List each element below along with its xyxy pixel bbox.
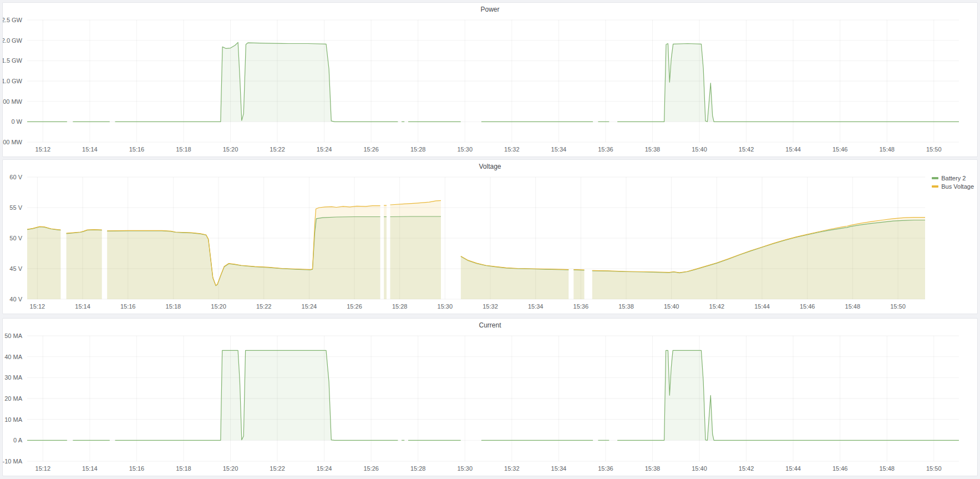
y-tick-label: 2.0 GW: [3, 37, 23, 44]
panel-current: Current 50 MA40 MA30 MA20 MA10 MA0 A-10 …: [2, 318, 978, 476]
x-tick-label: 15:32: [504, 465, 520, 472]
x-tick-label: 15:28: [410, 146, 426, 153]
x-tick-label: 15:12: [35, 146, 51, 153]
x-tick-label: 15:30: [458, 146, 473, 153]
x-tick-label: 15:14: [82, 465, 98, 472]
y-tick-label: 60 V: [9, 174, 22, 180]
x-tick-label: 15:38: [645, 146, 661, 153]
series-area: [67, 230, 102, 299]
x-tick-label: 15:26: [363, 465, 379, 472]
x-tick-label: 15:34: [551, 146, 567, 153]
x-tick-label: 15:44: [754, 303, 770, 310]
x-tick-label: 15:24: [317, 146, 332, 153]
x-tick-label: 15:40: [664, 303, 679, 310]
y-tick-label: 50 V: [9, 235, 22, 241]
x-tick-label: 15:20: [223, 465, 238, 472]
x-tick-label: 15:50: [926, 465, 942, 472]
legend-label: Bus Voltage: [941, 183, 974, 190]
x-tick-label: 15:42: [739, 465, 754, 472]
x-tick-label: 15:48: [845, 303, 861, 310]
x-tick-label: 15:20: [211, 303, 226, 310]
x-tick-label: 15:36: [598, 465, 613, 472]
x-tick-label: 15:34: [528, 303, 544, 310]
x-tick-label: 15:26: [363, 146, 379, 153]
x-tick-label: 15:22: [270, 146, 285, 153]
x-tick-label: 15:38: [618, 303, 634, 310]
legend-item[interactable]: Bus Voltage: [932, 183, 974, 190]
x-tick-label: 15:40: [692, 465, 707, 472]
y-tick-label: 500 MW: [3, 98, 23, 105]
series-area: [390, 200, 441, 299]
x-tick-label: 15:24: [317, 465, 332, 472]
y-tick-label: 40 MA: [4, 354, 22, 360]
x-tick-label: 15:18: [166, 303, 181, 310]
legend-swatch-icon: [932, 185, 938, 188]
current-chart[interactable]: 50 MA40 MA30 MA20 MA10 MA0 A-10 MA15:121…: [3, 332, 977, 476]
x-tick-label: 15:32: [504, 146, 520, 153]
x-tick-label: 15:50: [890, 303, 906, 310]
series-area: [461, 256, 568, 300]
legend-item[interactable]: Battery 2: [932, 174, 974, 182]
x-tick-label: 15:44: [785, 146, 801, 153]
x-tick-label: 15:34: [551, 465, 567, 472]
legend: Battery 2Bus Voltage: [932, 174, 974, 190]
x-tick-label: 15:16: [129, 465, 145, 472]
series-area: [573, 270, 584, 299]
y-tick-label: 30 MA: [4, 374, 22, 381]
x-tick-label: 15:14: [82, 146, 98, 153]
x-tick-label: 15:16: [120, 303, 136, 310]
series-area: [384, 205, 387, 299]
x-tick-label: 15:28: [410, 465, 426, 472]
x-tick-label: 15:28: [392, 303, 408, 310]
x-tick-label: 15:30: [458, 465, 473, 472]
y-tick-label: 0 A: [13, 437, 23, 443]
x-tick-label: 15:32: [483, 303, 498, 310]
y-tick-label: -500 MW: [3, 139, 23, 145]
x-tick-label: 15:48: [879, 465, 895, 472]
x-tick-label: 15:16: [129, 146, 145, 153]
dashboard: Power 2.5 GW2.0 GW1.5 GW1.0 GW500 MW0 W-…: [0, 0, 980, 476]
x-tick-label: 15:36: [598, 146, 613, 153]
x-tick-label: 15:12: [35, 465, 51, 472]
y-tick-label: 0 W: [11, 118, 22, 125]
panel-title-current[interactable]: Current: [3, 319, 977, 332]
x-tick-label: 15:50: [926, 146, 942, 153]
x-tick-label: 15:40: [692, 146, 707, 153]
series-area: [592, 218, 925, 299]
series-line: [390, 216, 441, 217]
x-tick-label: 15:46: [832, 465, 848, 472]
y-tick-label: 10 MA: [4, 416, 22, 423]
y-tick-label: 2.5 GW: [3, 17, 23, 23]
y-tick-label: 45 V: [9, 265, 22, 272]
series-area: [115, 350, 398, 440]
x-tick-label: 15:48: [879, 146, 895, 153]
x-tick-label: 15:22: [256, 303, 272, 310]
series-area: [27, 226, 60, 299]
x-tick-label: 15:12: [30, 303, 45, 310]
y-tick-label: 55 V: [9, 204, 22, 211]
y-tick-label: 50 MA: [4, 332, 22, 339]
y-tick-label: -10 MA: [3, 458, 23, 465]
series-area: [107, 206, 380, 299]
x-tick-label: 15:38: [645, 465, 661, 472]
voltage-chart[interactable]: 60 V55 V50 V45 V40 V15:1215:1415:1615:18…: [3, 173, 977, 314]
x-tick-label: 15:14: [75, 303, 90, 310]
power-chart[interactable]: 2.5 GW2.0 GW1.5 GW1.0 GW500 MW0 W-500 MW…: [3, 16, 977, 157]
x-tick-label: 15:30: [438, 303, 453, 310]
x-tick-label: 15:46: [832, 146, 848, 153]
x-tick-label: 15:42: [739, 146, 754, 153]
panel-power: Power 2.5 GW2.0 GW1.5 GW1.0 GW500 MW0 W-…: [2, 2, 978, 157]
legend-label: Battery 2: [941, 175, 966, 181]
chart-svg: 50 MA40 MA30 MA20 MA10 MA0 A-10 MA15:121…: [3, 332, 977, 476]
x-tick-label: 15:18: [176, 146, 191, 153]
x-tick-label: 15:36: [573, 303, 589, 310]
y-tick-label: 20 MA: [4, 395, 22, 402]
panel-title-voltage[interactable]: Voltage: [3, 160, 977, 173]
x-tick-label: 15:46: [800, 303, 815, 310]
y-tick-label: 1.5 GW: [3, 57, 23, 64]
y-tick-label: 40 V: [9, 296, 22, 302]
panel-title-power[interactable]: Power: [3, 3, 977, 16]
x-tick-label: 15:44: [785, 465, 801, 472]
series-area: [115, 42, 398, 122]
chart-svg: 2.5 GW2.0 GW1.5 GW1.0 GW500 MW0 W-500 MW…: [3, 16, 977, 157]
